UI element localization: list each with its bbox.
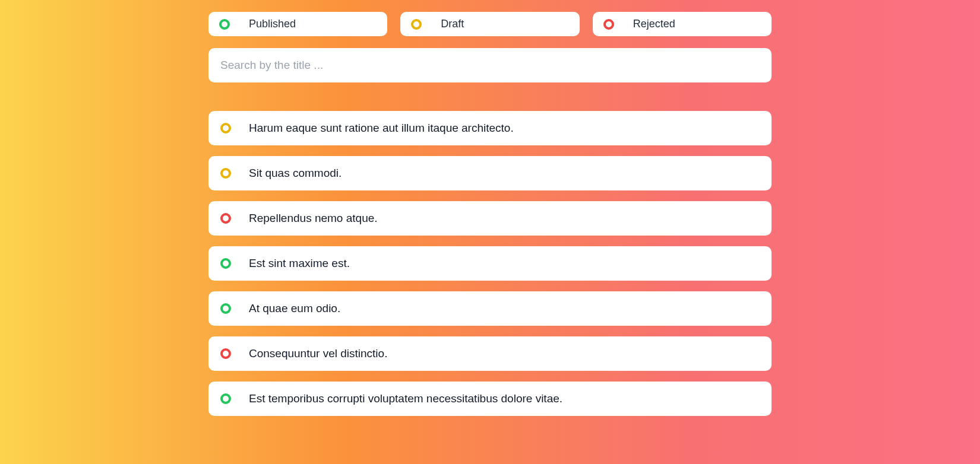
status-circle-icon	[220, 168, 231, 179]
list-item-title: At quae eum odio.	[249, 302, 340, 315]
status-circle-icon	[220, 213, 231, 224]
list-item-title: Est sint maxime est.	[249, 257, 350, 270]
status-filters: Published Draft Rejected	[208, 12, 772, 36]
filter-label: Rejected	[633, 18, 675, 30]
status-circle-icon	[603, 19, 614, 30]
list-item[interactable]: Repellendus nemo atque.	[208, 201, 772, 236]
status-circle-icon	[411, 19, 422, 30]
list-item-title: Consequuntur vel distinctio.	[249, 347, 387, 360]
filter-draft[interactable]: Draft	[400, 12, 579, 36]
list-item[interactable]: Harum eaque sunt ratione aut illum itaqu…	[208, 111, 772, 145]
list-item[interactable]: At quae eum odio.	[208, 291, 772, 326]
filter-label: Published	[249, 18, 296, 30]
status-circle-icon	[220, 303, 231, 314]
filter-published[interactable]: Published	[208, 12, 387, 36]
list-item[interactable]: Est sint maxime est.	[208, 246, 772, 281]
items-list: Harum eaque sunt ratione aut illum itaqu…	[208, 111, 772, 416]
status-circle-icon	[220, 393, 231, 404]
filter-rejected[interactable]: Rejected	[593, 12, 772, 36]
list-item[interactable]: Sit quas commodi.	[208, 156, 772, 190]
list-item[interactable]: Consequuntur vel distinctio.	[208, 336, 772, 371]
status-circle-icon	[220, 348, 231, 359]
list-item-title: Harum eaque sunt ratione aut illum itaqu…	[249, 122, 514, 135]
filter-label: Draft	[441, 18, 464, 30]
search-container	[208, 48, 772, 82]
status-circle-icon	[219, 19, 230, 30]
status-circle-icon	[220, 123, 231, 134]
list-item-title: Repellendus nemo atque.	[249, 212, 378, 225]
list-item-title: Est temporibus corrupti voluptatem neces…	[249, 392, 562, 405]
status-circle-icon	[220, 258, 231, 269]
list-item-title: Sit quas commodi.	[249, 167, 342, 180]
list-item[interactable]: Est temporibus corrupti voluptatem neces…	[208, 382, 772, 416]
search-input[interactable]	[220, 59, 760, 72]
